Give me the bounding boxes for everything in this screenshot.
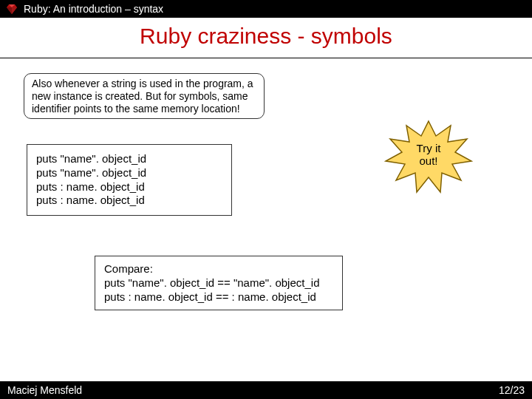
explanation-note: Also whenever a string is used in the pr… (24, 73, 265, 119)
code-line: puts "name". object_id (36, 166, 222, 180)
code-line: puts "name". object_id (36, 152, 222, 166)
code-example-2: Compare: puts "name". object_id == "name… (95, 256, 343, 310)
footer-author: Maciej Mensfeld (7, 384, 82, 396)
code-line: puts : name. object_id (36, 194, 222, 208)
code-example-1: puts "name". object_id puts "name". obje… (27, 144, 232, 216)
starburst-line2: out! (419, 154, 437, 167)
slide-title: Ruby craziness - symbols (0, 18, 532, 58)
svg-marker-3 (12, 7, 17, 14)
breadcrumb: Ruby: An introduction – syntax (24, 3, 163, 15)
try-it-callout: Try it out! (384, 120, 473, 194)
code-line: puts : name. object_id (36, 180, 222, 194)
starburst-text: Try it out! (384, 142, 473, 168)
footer-bar: Maciej Mensfeld 12/23 (0, 381, 532, 399)
header-bar: Ruby: An introduction – syntax (0, 0, 532, 18)
starburst-line1: Try it (417, 142, 441, 154)
svg-marker-2 (7, 7, 12, 14)
code-line: Compare: (104, 262, 333, 276)
ruby-logo-icon (6, 3, 18, 15)
footer-page-number: 12/23 (499, 384, 525, 396)
code-line: puts : name. object_id == : name. object… (104, 290, 333, 304)
code-line: puts "name". object_id == "name". object… (104, 276, 333, 290)
